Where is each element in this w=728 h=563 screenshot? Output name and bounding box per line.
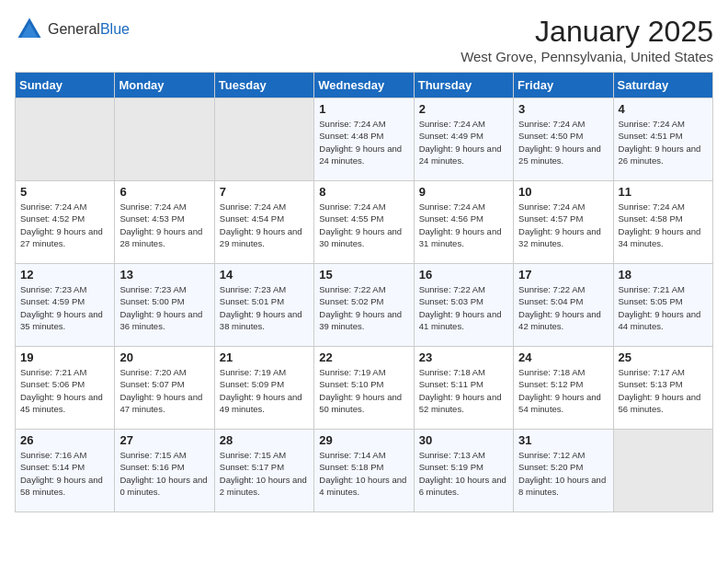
week-row-5: 26Sunrise: 7:16 AM Sunset: 5:14 PM Dayli… <box>16 430 713 512</box>
page-header: GeneralBlue January 2025 West Grove, Pen… <box>15 15 713 64</box>
day-info: Sunrise: 7:20 AM Sunset: 5:07 PM Dayligh… <box>119 366 209 415</box>
day-number: 18 <box>619 268 708 282</box>
day-info: Sunrise: 7:22 AM Sunset: 5:03 PM Dayligh… <box>419 283 508 332</box>
title-section: January 2025 West Grove, Pennsylvania, U… <box>461 15 713 64</box>
day-info: Sunrise: 7:15 AM Sunset: 5:16 PM Dayligh… <box>119 449 209 498</box>
day-info: Sunrise: 7:24 AM Sunset: 4:56 PM Dayligh… <box>419 201 508 249</box>
day-number: 5 <box>20 185 109 199</box>
week-row-4: 19Sunrise: 7:21 AM Sunset: 5:06 PM Dayli… <box>16 347 713 430</box>
day-number: 25 <box>619 350 708 364</box>
day-info: Sunrise: 7:18 AM Sunset: 5:11 PM Dayligh… <box>419 366 508 415</box>
day-number: 4 <box>619 102 708 116</box>
day-cell: 30Sunrise: 7:13 AM Sunset: 5:19 PM Dayli… <box>414 430 513 512</box>
day-cell <box>16 98 115 181</box>
day-info: Sunrise: 7:23 AM Sunset: 5:01 PM Dayligh… <box>220 283 309 332</box>
day-header-thursday: Thursday <box>414 73 513 98</box>
day-cell: 17Sunrise: 7:22 AM Sunset: 5:04 PM Dayli… <box>514 264 613 347</box>
day-cell: 18Sunrise: 7:21 AM Sunset: 5:05 PM Dayli… <box>613 264 712 347</box>
day-cell: 2Sunrise: 7:24 AM Sunset: 4:49 PM Daylig… <box>414 98 513 181</box>
day-number: 12 <box>20 268 109 282</box>
day-number: 11 <box>619 185 708 199</box>
day-header-row: SundayMondayTuesdayWednesdayThursdayFrid… <box>16 73 713 98</box>
day-info: Sunrise: 7:24 AM Sunset: 4:55 PM Dayligh… <box>319 201 408 249</box>
day-number: 2 <box>419 102 508 116</box>
day-number: 7 <box>220 185 309 199</box>
day-info: Sunrise: 7:19 AM Sunset: 5:10 PM Dayligh… <box>319 366 408 415</box>
day-header-tuesday: Tuesday <box>214 73 313 98</box>
logo-general-text: General <box>48 21 100 38</box>
day-cell: 13Sunrise: 7:23 AM Sunset: 5:00 PM Dayli… <box>115 264 214 347</box>
day-number: 6 <box>119 185 209 199</box>
day-info: Sunrise: 7:16 AM Sunset: 5:14 PM Dayligh… <box>20 449 109 498</box>
day-cell: 22Sunrise: 7:19 AM Sunset: 5:10 PM Dayli… <box>314 347 414 430</box>
day-number: 3 <box>518 102 608 116</box>
day-number: 24 <box>518 350 608 364</box>
day-cell: 9Sunrise: 7:24 AM Sunset: 4:56 PM Daylig… <box>414 181 513 264</box>
calendar-table: SundayMondayTuesdayWednesdayThursdayFrid… <box>15 72 713 512</box>
day-info: Sunrise: 7:23 AM Sunset: 5:00 PM Dayligh… <box>119 283 209 332</box>
logo: GeneralBlue <box>15 15 130 44</box>
day-info: Sunrise: 7:21 AM Sunset: 5:05 PM Dayligh… <box>619 283 708 332</box>
day-cell: 3Sunrise: 7:24 AM Sunset: 4:50 PM Daylig… <box>514 98 613 181</box>
day-number: 21 <box>220 350 309 364</box>
day-cell: 27Sunrise: 7:15 AM Sunset: 5:16 PM Dayli… <box>115 430 214 512</box>
day-cell: 12Sunrise: 7:23 AM Sunset: 4:59 PM Dayli… <box>16 264 115 347</box>
day-cell: 29Sunrise: 7:14 AM Sunset: 5:18 PM Dayli… <box>314 430 414 512</box>
day-info: Sunrise: 7:24 AM Sunset: 4:57 PM Dayligh… <box>518 201 608 249</box>
logo-icon <box>15 15 44 44</box>
day-cell: 6Sunrise: 7:24 AM Sunset: 4:53 PM Daylig… <box>115 181 214 264</box>
day-cell: 23Sunrise: 7:18 AM Sunset: 5:11 PM Dayli… <box>414 347 513 430</box>
day-info: Sunrise: 7:17 AM Sunset: 5:13 PM Dayligh… <box>619 366 708 415</box>
day-info: Sunrise: 7:24 AM Sunset: 4:54 PM Dayligh… <box>220 201 309 249</box>
day-cell <box>214 98 313 181</box>
day-cell: 24Sunrise: 7:18 AM Sunset: 5:12 PM Dayli… <box>514 347 613 430</box>
day-number: 16 <box>419 268 508 282</box>
calendar-title: January 2025 <box>461 15 713 49</box>
day-info: Sunrise: 7:12 AM Sunset: 5:20 PM Dayligh… <box>518 449 608 498</box>
day-info: Sunrise: 7:18 AM Sunset: 5:12 PM Dayligh… <box>518 366 608 415</box>
logo-blue-text: Blue <box>100 21 130 38</box>
calendar-subtitle: West Grove, Pennsylvania, United States <box>461 49 713 64</box>
day-cell: 25Sunrise: 7:17 AM Sunset: 5:13 PM Dayli… <box>613 347 712 430</box>
day-cell: 19Sunrise: 7:21 AM Sunset: 5:06 PM Dayli… <box>16 347 115 430</box>
day-number: 27 <box>119 433 209 447</box>
day-cell: 4Sunrise: 7:24 AM Sunset: 4:51 PM Daylig… <box>613 98 712 181</box>
day-header-saturday: Saturday <box>613 73 712 98</box>
day-info: Sunrise: 7:19 AM Sunset: 5:09 PM Dayligh… <box>220 366 309 415</box>
week-row-2: 5Sunrise: 7:24 AM Sunset: 4:52 PM Daylig… <box>16 181 713 264</box>
day-cell: 21Sunrise: 7:19 AM Sunset: 5:09 PM Dayli… <box>214 347 313 430</box>
day-header-sunday: Sunday <box>16 73 115 98</box>
day-info: Sunrise: 7:24 AM Sunset: 4:58 PM Dayligh… <box>619 201 708 249</box>
day-cell: 31Sunrise: 7:12 AM Sunset: 5:20 PM Dayli… <box>514 430 613 512</box>
day-cell <box>115 98 214 181</box>
day-number: 15 <box>319 268 408 282</box>
day-number: 20 <box>119 350 209 364</box>
logo-text: GeneralBlue <box>48 21 130 38</box>
day-info: Sunrise: 7:21 AM Sunset: 5:06 PM Dayligh… <box>20 366 109 415</box>
day-header-friday: Friday <box>514 73 613 98</box>
day-number: 22 <box>319 350 408 364</box>
day-number: 30 <box>419 433 508 447</box>
day-info: Sunrise: 7:24 AM Sunset: 4:53 PM Dayligh… <box>119 201 209 249</box>
day-info: Sunrise: 7:24 AM Sunset: 4:48 PM Dayligh… <box>319 118 408 167</box>
day-info: Sunrise: 7:14 AM Sunset: 5:18 PM Dayligh… <box>319 449 408 498</box>
day-info: Sunrise: 7:22 AM Sunset: 5:02 PM Dayligh… <box>319 283 408 332</box>
day-cell: 16Sunrise: 7:22 AM Sunset: 5:03 PM Dayli… <box>414 264 513 347</box>
day-info: Sunrise: 7:24 AM Sunset: 4:52 PM Dayligh… <box>20 201 109 249</box>
day-number: 9 <box>419 185 508 199</box>
day-number: 28 <box>220 433 309 447</box>
day-number: 23 <box>419 350 508 364</box>
day-cell: 1Sunrise: 7:24 AM Sunset: 4:48 PM Daylig… <box>314 98 414 181</box>
day-info: Sunrise: 7:15 AM Sunset: 5:17 PM Dayligh… <box>220 449 309 498</box>
day-cell <box>613 430 712 512</box>
day-cell: 8Sunrise: 7:24 AM Sunset: 4:55 PM Daylig… <box>314 181 414 264</box>
week-row-3: 12Sunrise: 7:23 AM Sunset: 4:59 PM Dayli… <box>16 264 713 347</box>
day-number: 31 <box>518 433 608 447</box>
day-info: Sunrise: 7:24 AM Sunset: 4:51 PM Dayligh… <box>619 118 708 167</box>
day-info: Sunrise: 7:24 AM Sunset: 4:50 PM Dayligh… <box>518 118 608 167</box>
day-cell: 11Sunrise: 7:24 AM Sunset: 4:58 PM Dayli… <box>613 181 712 264</box>
day-number: 26 <box>20 433 109 447</box>
day-cell: 5Sunrise: 7:24 AM Sunset: 4:52 PM Daylig… <box>16 181 115 264</box>
day-header-monday: Monday <box>115 73 214 98</box>
day-info: Sunrise: 7:22 AM Sunset: 5:04 PM Dayligh… <box>518 283 608 332</box>
